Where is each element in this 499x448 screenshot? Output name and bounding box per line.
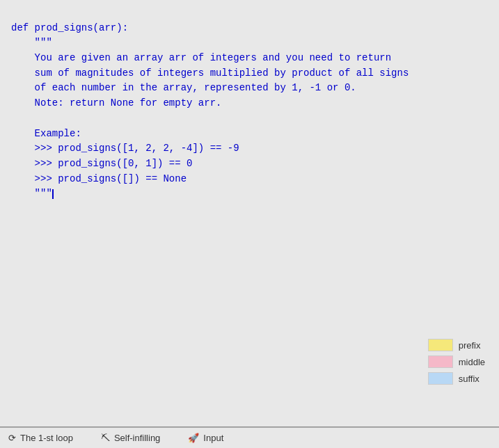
suffix-label: suffix — [459, 374, 480, 384]
self-infilling-status: ⛏ Self-infilling — [101, 433, 160, 443]
loop-icon: ⟳ — [8, 433, 16, 443]
middle-label: middle — [459, 357, 485, 367]
input-icon: 🚀 — [188, 433, 199, 443]
code-line-8: Example: — [11, 128, 81, 139]
code-line-11: >>> prod_signs([]) == None — [11, 173, 187, 184]
legend-middle: middle — [428, 355, 485, 368]
suffix-swatch — [428, 372, 453, 385]
input-label: Input — [203, 433, 223, 443]
middle-swatch — [428, 355, 453, 368]
code-line-12: """ — [11, 188, 54, 199]
loop-status: ⟳ The 1-st loop — [8, 433, 73, 443]
code-line-1: def prod_signs(arr): — [11, 22, 128, 33]
code-line-2: """ — [11, 37, 52, 48]
code-line-6: Note: return None for empty arr. — [11, 97, 221, 109]
loop-label: The 1-st loop — [20, 433, 73, 443]
code-line-5: of each number in the array, represented… — [11, 82, 356, 93]
code-content: def prod_signs(arr): """ You are given a… — [11, 6, 488, 217]
code-line-10: >>> prod_signs([0, 1]) == 0 — [11, 158, 192, 169]
legend: prefix middle suffix — [428, 339, 485, 385]
legend-prefix: prefix — [428, 339, 485, 351]
legend-suffix: suffix — [428, 372, 485, 385]
code-line-3: You are given an array arr of integers a… — [11, 52, 391, 63]
code-line-4: sum of magnitudes of integers multiplied… — [11, 67, 409, 79]
code-area: def prod_signs(arr): """ You are given a… — [0, 0, 499, 426]
self-infilling-icon: ⛏ — [101, 433, 110, 443]
prefix-label: prefix — [459, 340, 481, 351]
self-infilling-label: Self-infilling — [114, 433, 160, 443]
input-status: 🚀 Input — [188, 433, 223, 443]
code-line-9: >>> prod_signs([1, 2, 2, -4]) == -9 — [11, 143, 239, 154]
status-bar: ⟳ The 1-st loop ⛏ Self-infilling 🚀 Input — [0, 427, 499, 448]
code-line-7 — [11, 113, 17, 124]
prefix-swatch — [428, 339, 453, 351]
